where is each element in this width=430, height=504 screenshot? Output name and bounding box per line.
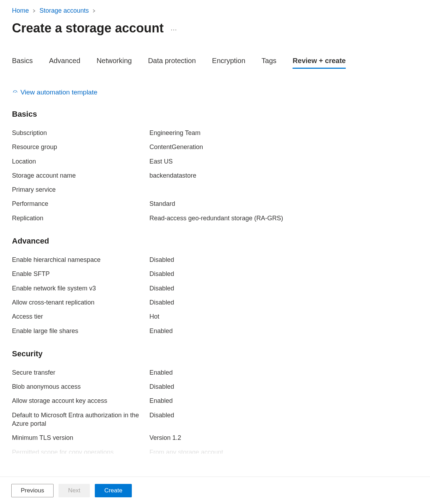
- value-resource-group: ContentGeneration: [149, 143, 203, 151]
- section-heading-advanced: Advanced: [12, 236, 418, 246]
- tab-encryption[interactable]: Encryption: [212, 57, 246, 69]
- section-heading-security: Security: [12, 349, 418, 358]
- row-access-tier: Access tier Hot: [12, 312, 418, 321]
- label-blob-anonymous-access: Blob anonymous access: [12, 382, 149, 391]
- value-hierarchical-namespace: Disabled: [149, 256, 174, 264]
- label-min-tls: Minimum TLS version: [12, 434, 149, 442]
- value-subscription: Engineering Team: [149, 129, 201, 137]
- row-performance: Performance Standard: [12, 199, 418, 208]
- label-nfs-v3: Enable network file system v3: [12, 284, 149, 293]
- value-location: East US: [149, 157, 173, 166]
- row-allow-key-access: Allow storage account key access Enabled: [12, 397, 418, 405]
- label-allow-key-access: Allow storage account key access: [12, 397, 149, 405]
- label-secure-transfer: Secure transfer: [12, 368, 149, 377]
- label-hierarchical-namespace: Enable hierarchical namespace: [12, 256, 149, 264]
- security-list: Secure transfer Enabled Blob anonymous a…: [12, 368, 418, 454]
- row-large-file-shares: Enable large file shares Enabled: [12, 327, 418, 335]
- template-icon: [12, 89, 18, 96]
- previous-button[interactable]: Previous: [11, 484, 54, 497]
- create-button[interactable]: Create: [95, 484, 132, 497]
- tab-basics[interactable]: Basics: [12, 57, 33, 69]
- tabs: Basics Advanced Networking Data protecti…: [12, 57, 418, 69]
- automation-link-label: View automation template: [20, 88, 97, 96]
- breadcrumb-storage-accounts[interactable]: Storage accounts: [39, 7, 89, 14]
- row-storage-account-name: Storage account name backendatastore: [12, 171, 418, 180]
- value-min-tls: Version 1.2: [149, 434, 181, 442]
- label-cross-tenant-replication: Allow cross-tenant replication: [12, 298, 149, 307]
- value-cross-tenant-replication: Disabled: [149, 298, 174, 307]
- value-large-file-shares: Enabled: [149, 327, 173, 335]
- value-access-tier: Hot: [149, 312, 159, 321]
- value-allow-key-access: Enabled: [149, 397, 173, 405]
- breadcrumb: Home Storage accounts: [12, 7, 418, 14]
- label-sftp: Enable SFTP: [12, 270, 149, 278]
- row-primary-service: Primary service: [12, 185, 418, 194]
- tab-review-create[interactable]: Review + create: [293, 57, 346, 69]
- tab-tags[interactable]: Tags: [262, 57, 276, 69]
- row-blob-anonymous-access: Blob anonymous access Disabled: [12, 382, 418, 391]
- next-button: Next: [59, 484, 90, 497]
- row-cross-tenant-replication: Allow cross-tenant replication Disabled: [12, 298, 418, 307]
- row-replication: Replication Read-access geo-redundant st…: [12, 214, 418, 222]
- label-default-entra-auth: Default to Microsoft Entra authorization…: [12, 411, 149, 428]
- value-secure-transfer: Enabled: [149, 368, 173, 377]
- chevron-right-icon: [92, 8, 96, 14]
- tab-networking[interactable]: Networking: [97, 57, 132, 69]
- basics-list: Subscription Engineering Team Resource g…: [12, 129, 418, 222]
- row-sftp: Enable SFTP Disabled: [12, 270, 418, 278]
- label-performance: Performance: [12, 199, 149, 208]
- row-subscription: Subscription Engineering Team: [12, 129, 418, 137]
- more-actions-icon[interactable]: ···: [171, 23, 177, 33]
- row-hierarchical-namespace: Enable hierarchical namespace Disabled: [12, 256, 418, 264]
- label-permitted-copy-scope: Permitted scope for copy operations: [12, 448, 149, 454]
- tab-data-protection[interactable]: Data protection: [148, 57, 196, 69]
- value-performance: Standard: [149, 199, 175, 208]
- label-primary-service: Primary service: [12, 185, 149, 194]
- tab-advanced[interactable]: Advanced: [49, 57, 80, 69]
- view-automation-template-link[interactable]: View automation template: [12, 88, 97, 96]
- label-large-file-shares: Enable large file shares: [12, 327, 149, 335]
- wizard-footer: Previous Next Create: [0, 477, 430, 504]
- row-nfs-v3: Enable network file system v3 Disabled: [12, 284, 418, 293]
- row-min-tls: Minimum TLS version Version 1.2: [12, 434, 418, 442]
- advanced-list: Enable hierarchical namespace Disabled E…: [12, 256, 418, 335]
- section-heading-basics: Basics: [12, 110, 418, 119]
- label-storage-account-name: Storage account name: [12, 171, 149, 180]
- value-sftp: Disabled: [149, 270, 174, 278]
- value-storage-account-name: backendatastore: [149, 171, 196, 180]
- label-location: Location: [12, 157, 149, 166]
- value-blob-anonymous-access: Disabled: [149, 382, 174, 391]
- value-permitted-copy-scope: From any storage account: [149, 448, 223, 454]
- value-nfs-v3: Disabled: [149, 284, 174, 293]
- row-location: Location East US: [12, 157, 418, 166]
- row-default-entra-auth: Default to Microsoft Entra authorization…: [12, 411, 418, 428]
- page-title: Create a storage account: [12, 21, 164, 36]
- row-resource-group: Resource group ContentGeneration: [12, 143, 418, 151]
- label-subscription: Subscription: [12, 129, 149, 137]
- chevron-right-icon: [32, 8, 36, 14]
- label-resource-group: Resource group: [12, 143, 149, 151]
- row-permitted-copy-scope: Permitted scope for copy operations From…: [12, 448, 418, 454]
- value-replication: Read-access geo-redundant storage (RA-GR…: [149, 214, 283, 222]
- row-secure-transfer: Secure transfer Enabled: [12, 368, 418, 377]
- value-default-entra-auth: Disabled: [149, 411, 174, 419]
- breadcrumb-home[interactable]: Home: [12, 7, 29, 14]
- label-access-tier: Access tier: [12, 312, 149, 321]
- svg-point-0: [15, 92, 16, 93]
- label-replication: Replication: [12, 214, 149, 222]
